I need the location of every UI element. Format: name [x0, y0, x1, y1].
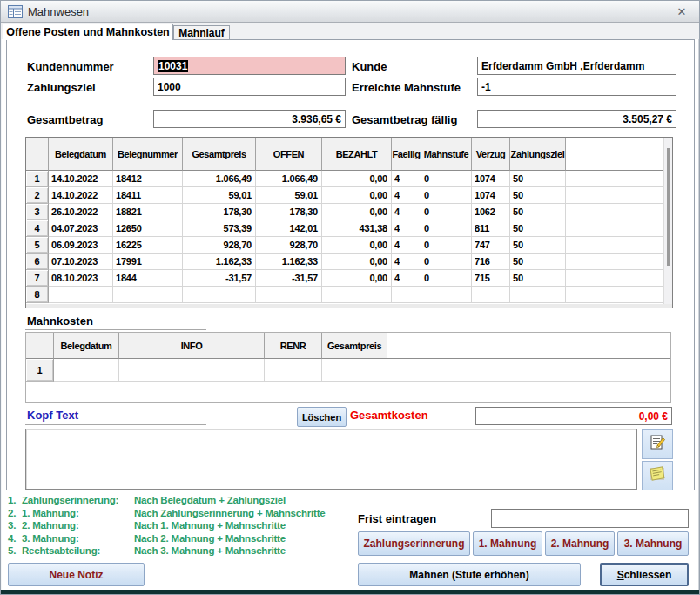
cell[interactable] [54, 359, 119, 382]
close-icon[interactable]: ✕ [673, 4, 690, 19]
cell[interactable]: 4 [392, 204, 421, 220]
cell[interactable]: 142,01 [256, 220, 322, 237]
edit-note-button[interactable] [642, 429, 673, 459]
cell[interactable]: 811 [472, 220, 510, 237]
cell[interactable]: -31,57 [256, 270, 322, 287]
posten-table-scrollbar[interactable] [663, 138, 672, 308]
cell[interactable]: 178,30 [256, 204, 322, 220]
cell[interactable]: -31,57 [183, 270, 256, 287]
row-number[interactable]: 6 [26, 254, 49, 270]
row-selector-corner[interactable] [26, 138, 49, 171]
row-number[interactable]: 1 [26, 359, 54, 382]
column-header[interactable]: BEZAHLT [322, 138, 392, 171]
cell[interactable]: 0,00 [322, 237, 392, 254]
cell[interactable]: 18821 [113, 204, 183, 220]
row-number[interactable]: 1 [26, 171, 49, 187]
cell[interactable]: 12650 [113, 220, 183, 237]
row-number[interactable]: 5 [26, 237, 49, 254]
mahnung-3-button[interactable]: 3. Mahnung [617, 531, 689, 556]
cell[interactable] [119, 359, 265, 382]
kopf-text-area[interactable] [25, 429, 637, 490]
cell[interactable]: 0,00 [322, 204, 392, 220]
cell[interactable]: 1.162,33 [256, 254, 322, 270]
cell[interactable]: 04.07.2023 [49, 220, 113, 237]
cell[interactable]: 16225 [113, 237, 183, 254]
cell[interactable]: 1074 [472, 171, 510, 187]
cell[interactable] [183, 287, 256, 303]
cell[interactable]: 07.10.2023 [49, 254, 113, 270]
schliessen-button[interactable]: Schliessen [600, 563, 689, 586]
cell[interactable]: 1062 [472, 204, 510, 220]
row-number[interactable]: 2 [26, 187, 49, 204]
column-header[interactable]: Belegdatum [49, 138, 113, 171]
cell[interactable]: 747 [472, 237, 510, 254]
cell[interactable] [113, 287, 183, 303]
cell[interactable]: 18412 [113, 171, 183, 187]
zahlungsziel-field[interactable]: 1000 [153, 78, 346, 96]
neue-notiz-button[interactable]: Neue Notiz [8, 563, 145, 586]
cell[interactable]: 59,01 [183, 187, 256, 204]
cell[interactable]: 50 [510, 270, 566, 287]
cell[interactable]: 4 [392, 220, 421, 237]
column-header[interactable]: Gesamtpreis [322, 333, 387, 359]
loeschen-button[interactable]: Löschen [297, 407, 347, 427]
cell[interactable]: 50 [510, 237, 566, 254]
cell[interactable]: 4 [392, 171, 421, 187]
zahlungserinnerung-button[interactable]: Zahlungserinnerung [358, 531, 470, 556]
cell[interactable]: 0 [421, 204, 472, 220]
row-selector-corner[interactable] [26, 333, 54, 359]
cell[interactable]: 0 [421, 237, 472, 254]
cell[interactable] [472, 287, 510, 303]
cell[interactable]: 18411 [113, 187, 183, 204]
row-number[interactable]: 8 [26, 287, 49, 303]
cell[interactable]: 0 [421, 171, 472, 187]
cell[interactable] [49, 287, 113, 303]
cell[interactable]: 0 [421, 254, 472, 270]
mahnung-2-button[interactable]: 2. Mahnung [545, 531, 615, 556]
cell[interactable] [256, 287, 322, 303]
cell[interactable]: 1.066,49 [183, 171, 256, 187]
cell[interactable] [392, 287, 421, 303]
cell[interactable]: 4 [392, 254, 421, 270]
cell[interactable]: 14.10.2022 [49, 171, 113, 187]
cell[interactable]: 1.162,33 [183, 254, 256, 270]
column-header[interactable]: Faellig [392, 138, 421, 171]
cell[interactable]: 06.09.2023 [49, 237, 113, 254]
cell[interactable]: 08.10.2023 [49, 270, 113, 287]
scrollbar-thumb[interactable] [667, 148, 670, 266]
cell[interactable]: 1.066,49 [256, 171, 322, 187]
cell[interactable]: 0,00 [322, 171, 392, 187]
frist-eintragen-input[interactable] [491, 509, 689, 528]
column-header[interactable]: Mahnstufe [421, 138, 472, 171]
cell[interactable]: 50 [510, 220, 566, 237]
cell[interactable]: 50 [510, 204, 566, 220]
cell[interactable]: 431,38 [322, 220, 392, 237]
cell[interactable]: 1844 [113, 270, 183, 287]
column-header[interactable]: Verzug [472, 138, 510, 171]
column-header[interactable]: Belegnummer [113, 138, 183, 171]
row-number[interactable]: 4 [26, 220, 49, 237]
cell[interactable]: 928,70 [183, 237, 256, 254]
kunde-field[interactable]: Erfderdamm GmbH ,Erfderdamm [477, 57, 676, 75]
cell[interactable]: 14.10.2022 [49, 187, 113, 204]
cell[interactable]: 1074 [472, 187, 510, 204]
cell[interactable]: 716 [472, 254, 510, 270]
cell[interactable]: 0,00 [322, 254, 392, 270]
kundennummer-field[interactable]: 10031 [153, 57, 346, 75]
cell[interactable]: 26.10.2022 [49, 204, 113, 220]
tab-mahnlauf[interactable]: Mahnlauf [173, 25, 230, 40]
column-header[interactable]: INFO [119, 333, 265, 359]
mahnen-button[interactable]: Mahnen (Stufe erhöhen) [358, 563, 581, 586]
erreichte-mahnstufe-field[interactable]: -1 [477, 78, 676, 96]
cell[interactable]: 715 [472, 270, 510, 287]
column-header[interactable]: RENR [265, 333, 322, 359]
cell[interactable]: 50 [510, 187, 566, 204]
cell[interactable] [322, 359, 387, 382]
cell[interactable]: 0,00 [322, 270, 392, 287]
column-header[interactable]: Zahlungsziel [510, 138, 566, 171]
cell[interactable]: 4 [392, 270, 421, 287]
mahnung-1-button[interactable]: 1. Mahnung [473, 531, 542, 556]
cell[interactable]: 0 [421, 187, 472, 204]
tab-offene-posten[interactable]: Offene Posten und Mahnkosten [3, 24, 173, 40]
cell[interactable] [265, 359, 322, 382]
